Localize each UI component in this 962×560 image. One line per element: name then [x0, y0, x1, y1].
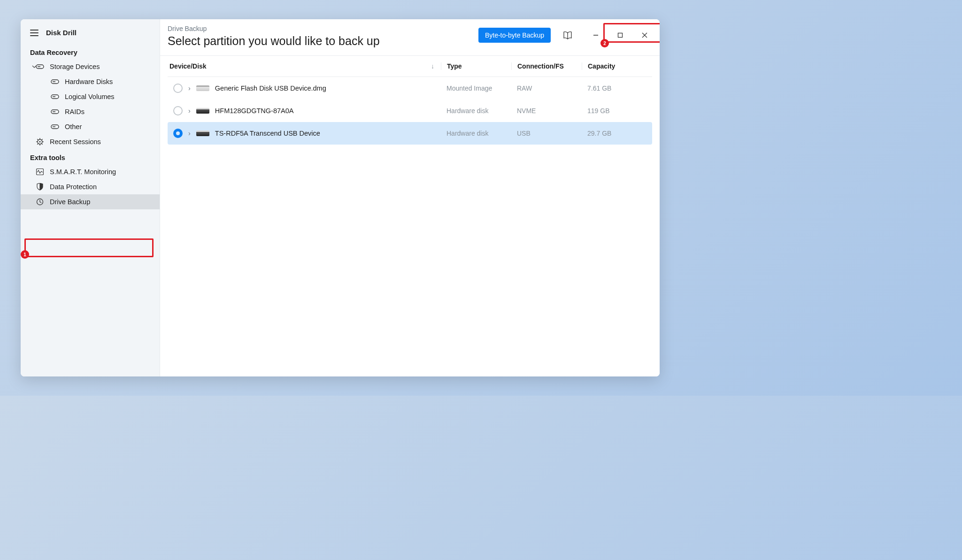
shield-icon	[36, 183, 44, 191]
col-header-label: Device/Disk	[169, 62, 207, 70]
sidebar-item-label: Hardware Disks	[65, 78, 113, 85]
svg-rect-24	[618, 33, 623, 38]
sidebar-item-label: S.M.A.R.T. Monitoring	[50, 168, 116, 176]
reader-icon[interactable]	[560, 28, 575, 43]
sidebar-item-recent-sessions[interactable]: Recent Sessions	[21, 134, 160, 149]
sidebar-item-label: Drive Backup	[50, 198, 90, 206]
annotation-highlight-1	[24, 238, 154, 257]
sidebar-item-hardware-disks[interactable]: Hardware Disks	[21, 74, 160, 89]
radio-button[interactable]	[173, 106, 183, 115]
sidebar-item-label: Recent Sessions	[50, 138, 101, 146]
chevron-right-icon[interactable]: ›	[188, 107, 191, 115]
table-row[interactable]: › TS-RDF5A Transcend USB Device Hardware…	[168, 122, 652, 145]
chevron-down-icon	[32, 64, 37, 69]
svg-line-16	[37, 139, 38, 140]
device-type: Mounted Image	[441, 84, 511, 92]
gear-icon	[36, 138, 44, 146]
col-header-device[interactable]: Device/Disk ↓	[168, 62, 441, 70]
clock-icon	[36, 198, 44, 206]
device-name: HFM128GDGTNG-87A0A	[215, 107, 294, 115]
topbar: Drive Backup Select partition you would …	[160, 19, 660, 56]
app-window: Disk Drill Data Recovery Storage Devices…	[21, 19, 660, 376]
annotation-badge-2: 2	[600, 39, 609, 47]
col-header-type[interactable]: Type	[441, 62, 511, 70]
sidebar-item-label: Logical Volumes	[65, 93, 115, 100]
device-type: Hardware disk	[441, 107, 511, 115]
sidebar-item-smart-monitoring[interactable]: S.M.A.R.T. Monitoring	[21, 164, 160, 179]
table-row[interactable]: › HFM128GDGTNG-87A0A Hardware disk NVME …	[168, 100, 652, 122]
nav-section-extra-tools: Extra tools	[21, 149, 160, 164]
byte-to-byte-backup-button[interactable]: Byte-to-byte Backup	[478, 28, 551, 43]
table-row[interactable]: › Generic Flash Disk USB Device.dmg Moun…	[168, 77, 652, 100]
col-header-connection[interactable]: Connection/FS	[511, 62, 582, 70]
drive-icon	[196, 108, 209, 114]
annotation-badge-1: 1	[21, 250, 29, 259]
sidebar-item-logical-volumes[interactable]: Logical Volumes	[21, 89, 160, 104]
device-name: Generic Flash Disk USB Device.dmg	[215, 84, 326, 92]
app-title: Disk Drill	[46, 29, 77, 37]
radio-button[interactable]	[173, 129, 183, 138]
device-table: Device/Disk ↓ Type Connection/FS Capacit…	[160, 56, 660, 145]
disk-icon	[51, 93, 59, 100]
activity-icon	[36, 168, 44, 176]
svg-line-17	[42, 144, 43, 145]
breadcrumb: Drive Backup	[168, 25, 478, 32]
page-title: Select partition you would like to back …	[168, 34, 478, 48]
device-connection: RAW	[511, 84, 582, 92]
svg-line-18	[37, 144, 38, 145]
close-button[interactable]	[637, 28, 652, 43]
sidebar-item-label: Storage Devices	[50, 63, 100, 70]
main-content: Drive Backup Select partition you would …	[160, 19, 660, 376]
disk-icon	[51, 123, 59, 130]
device-connection: USB	[511, 130, 582, 137]
chevron-right-icon[interactable]: ›	[188, 84, 191, 92]
sidebar-item-storage-devices[interactable]: Storage Devices	[21, 59, 160, 74]
sidebar-item-data-protection[interactable]: Data Protection	[21, 179, 160, 194]
sidebar: Disk Drill Data Recovery Storage Devices…	[21, 19, 160, 376]
sidebar-item-drive-backup[interactable]: Drive Backup	[21, 194, 160, 209]
drive-icon	[196, 85, 209, 91]
radio-button[interactable]	[173, 84, 183, 93]
sidebar-item-raids[interactable]: RAIDs	[21, 104, 160, 119]
device-connection: NVME	[511, 107, 582, 115]
col-header-capacity[interactable]: Capacity	[582, 62, 652, 70]
chevron-right-icon[interactable]: ›	[188, 130, 191, 137]
svg-line-19	[42, 139, 43, 140]
svg-point-11	[39, 141, 41, 143]
device-name: TS-RDF5A Transcend USB Device	[215, 130, 320, 137]
disk-icon	[36, 63, 44, 70]
sort-arrow-icon: ↓	[431, 62, 434, 70]
device-capacity: 7.61 GB	[582, 84, 652, 92]
nav-section-data-recovery: Data Recovery	[21, 44, 160, 59]
menu-icon[interactable]	[30, 30, 38, 36]
disk-icon	[51, 78, 59, 85]
device-capacity: 119 GB	[582, 107, 652, 115]
device-type: Hardware disk	[441, 130, 511, 137]
maximize-button[interactable]	[613, 28, 628, 43]
device-capacity: 29.7 GB	[582, 130, 652, 137]
sidebar-item-label: Other	[65, 123, 82, 130]
table-header: Device/Disk ↓ Type Connection/FS Capacit…	[168, 56, 652, 77]
sidebar-item-other[interactable]: Other	[21, 119, 160, 134]
sidebar-item-label: RAIDs	[65, 108, 85, 115]
drive-icon	[196, 130, 209, 136]
sidebar-item-label: Data Protection	[50, 183, 97, 191]
disk-icon	[51, 108, 59, 115]
